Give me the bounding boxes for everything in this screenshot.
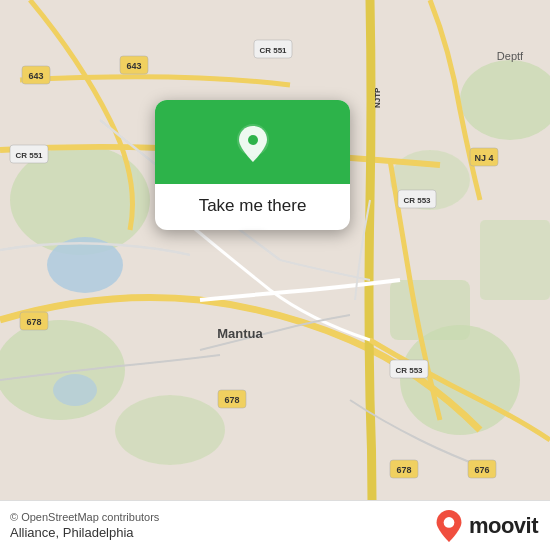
svg-point-37 [248,135,258,145]
moovit-logo: moovit [435,510,538,542]
svg-text:676: 676 [474,465,489,475]
svg-text:678: 678 [396,465,411,475]
svg-text:NJTP: NJTP [373,87,382,108]
map-container: 643 CR 551 CR 551 643 NJTP NJ 4 CR 553 6… [0,0,550,500]
svg-point-38 [444,517,455,528]
bottom-bar-left: © OpenStreetMap contributors Alliance, P… [10,511,159,540]
svg-text:CR 551: CR 551 [259,46,287,55]
svg-text:NJ 4: NJ 4 [474,153,493,163]
popup-green-area [155,100,350,184]
svg-text:CR 551: CR 551 [15,151,43,160]
svg-point-2 [0,320,125,420]
svg-text:Deptf: Deptf [497,50,524,62]
svg-text:678: 678 [26,317,41,327]
bottom-bar: © OpenStreetMap contributors Alliance, P… [0,500,550,550]
svg-text:678: 678 [224,395,239,405]
svg-point-10 [53,374,97,406]
svg-text:CR 553: CR 553 [403,196,431,205]
take-me-there-button[interactable]: Take me there [155,184,350,230]
svg-rect-5 [390,280,470,340]
popup-card: Take me there [155,100,350,230]
svg-text:CR 553: CR 553 [395,366,423,375]
svg-text:643: 643 [28,71,43,81]
moovit-brand-text: moovit [469,513,538,539]
location-pin-icon [231,122,275,166]
location-label: Alliance, Philadelphia [10,525,159,540]
svg-text:Mantua: Mantua [217,326,263,341]
map-background: 643 CR 551 CR 551 643 NJTP NJ 4 CR 553 6… [0,0,550,500]
svg-rect-8 [480,220,550,300]
svg-text:643: 643 [126,61,141,71]
osm-attribution: © OpenStreetMap contributors [10,511,159,523]
moovit-pin-icon [435,510,463,542]
svg-point-7 [115,395,225,465]
